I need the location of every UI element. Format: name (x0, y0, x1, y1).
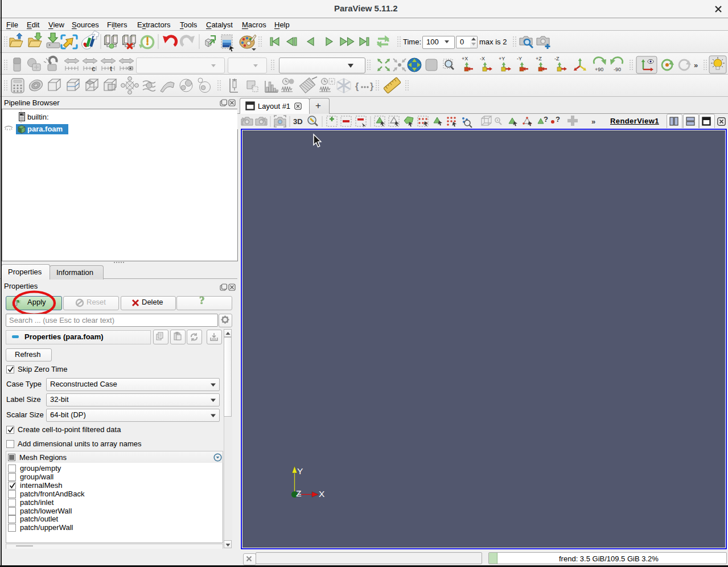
svg-text:3D: 3D (293, 117, 303, 126)
svg-text:t: t (110, 65, 112, 73)
svg-text:+Y: +Y (499, 56, 505, 61)
svg-text:?: ? (544, 115, 548, 124)
svg-text:»: » (694, 61, 698, 69)
svg-text:-90: -90 (614, 67, 621, 72)
svg-text:+Z: +Z (536, 56, 542, 61)
svg-text:-Y: -Y (517, 56, 522, 61)
svg-text:c: c (92, 65, 96, 73)
svg-text:Z: Z (296, 488, 301, 498)
svg-text:Y: Y (297, 466, 303, 476)
svg-text:?: ? (556, 115, 560, 124)
svg-text:+X: +X (462, 56, 468, 61)
svg-text:-Z: -Z (554, 56, 560, 61)
svg-text:+90: +90 (595, 67, 603, 72)
svg-text:{: { (355, 81, 359, 91)
svg-text:»: » (591, 117, 595, 126)
svg-text:}: } (370, 81, 373, 91)
svg-text:-X: -X (480, 56, 485, 61)
svg-text:X: X (319, 489, 325, 499)
